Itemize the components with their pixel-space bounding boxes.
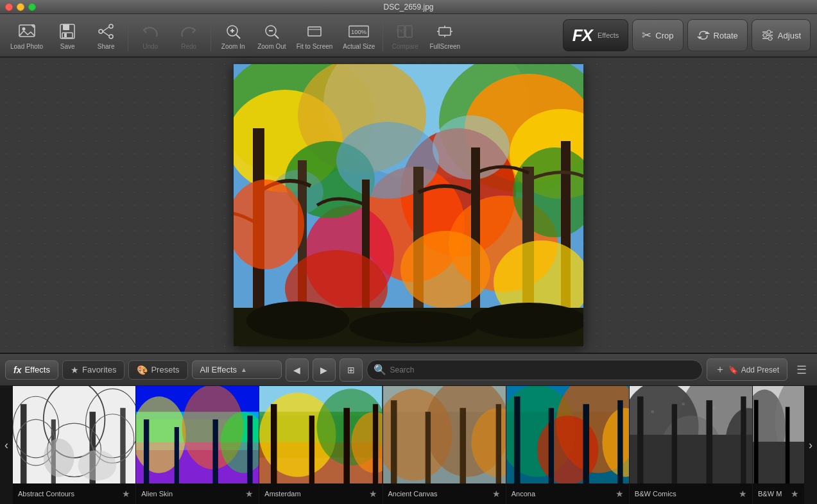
- svg-point-8: [109, 35, 113, 38]
- load-photo-button[interactable]: Load Photo: [5, 16, 48, 55]
- effect-item-alien-skin[interactable]: Alien Skin ★: [136, 386, 259, 504]
- toolbar-right-group: FX Effects ✂ Crop Rotate: [562, 19, 812, 51]
- actual-size-label: Actual Size: [343, 43, 375, 50]
- effects-list: Abstract Contours ★: [13, 386, 804, 504]
- scroll-left-button[interactable]: ‹: [0, 386, 13, 504]
- save-button[interactable]: Save: [48, 16, 87, 55]
- fit-to-screen-icon: [304, 21, 325, 42]
- alien-skin-label: Alien Skin ★: [136, 483, 259, 504]
- svg-rect-117: [383, 386, 506, 483]
- ancona-star[interactable]: ★: [615, 489, 624, 499]
- svg-rect-105: [309, 416, 314, 483]
- grid-icon: ⊞: [347, 365, 355, 375]
- presets-tab-label: Presets: [151, 365, 179, 374]
- ancient-canvas-label: Ancient Canvas ★: [383, 483, 506, 504]
- svg-rect-126: [583, 404, 589, 483]
- svg-rect-145: [753, 442, 804, 483]
- svg-rect-94: [175, 427, 179, 483]
- presets-tab[interactable]: 🎨 Presets: [128, 360, 187, 380]
- rotate-button[interactable]: Rotate: [687, 19, 748, 51]
- amsterdam-star[interactable]: ★: [369, 489, 377, 499]
- svg-rect-141: [630, 386, 752, 483]
- bw-m-thumbnail: [753, 386, 804, 483]
- effects-grid: ‹: [0, 386, 817, 504]
- dropdown-arrow-icon: ▲: [241, 366, 247, 373]
- svg-rect-6: [64, 33, 67, 37]
- add-preset-label: Add Preset: [741, 365, 779, 374]
- titlebar: DSC_2659.jpg: [0, 0, 817, 14]
- bw-comics-thumbnail: [630, 386, 752, 483]
- fullscreen-button[interactable]: FullScreen: [424, 16, 465, 55]
- svg-line-10: [103, 27, 109, 31]
- alien-skin-star[interactable]: ★: [245, 489, 254, 499]
- save-icon: [57, 21, 78, 42]
- effect-item-bw-comics[interactable]: B&W Comics ★: [630, 386, 753, 504]
- svg-text:100%: 100%: [351, 28, 367, 35]
- fit-to-screen-button[interactable]: Fit to Screen: [291, 16, 338, 55]
- undo-icon: [140, 21, 160, 42]
- rotate-icon: [697, 29, 710, 42]
- share-button[interactable]: Share: [87, 16, 125, 55]
- zoom-out-button[interactable]: Zoom Out: [252, 16, 291, 55]
- maximize-button[interactable]: [28, 3, 36, 11]
- redo-label: Redo: [181, 43, 196, 50]
- adjust-button[interactable]: Adjust: [752, 19, 811, 51]
- zoom-in-button[interactable]: Zoom In: [214, 16, 252, 55]
- left-arrow-icon: ‹: [4, 439, 8, 452]
- svg-rect-19: [308, 27, 321, 36]
- minimize-button[interactable]: [17, 3, 24, 11]
- scroll-right-button[interactable]: ›: [804, 386, 817, 504]
- bw-m-star[interactable]: ★: [791, 489, 799, 499]
- search-input[interactable]: [390, 365, 696, 374]
- redo-icon: [178, 21, 199, 42]
- svg-rect-5: [62, 33, 73, 38]
- svg-line-11: [103, 31, 109, 36]
- fx-icon: FX: [572, 26, 592, 46]
- svg-rect-77: [120, 408, 125, 483]
- adjust-label: Adjust: [778, 31, 801, 40]
- fx-tab-icon: fx: [13, 365, 21, 375]
- effect-item-amsterdam[interactable]: Amsterdam ★: [259, 386, 383, 504]
- ancient-canvas-star[interactable]: ★: [492, 489, 501, 499]
- crop-button[interactable]: ✂ Crop: [632, 19, 683, 51]
- plus-icon: ＋: [715, 363, 725, 376]
- compare-button[interactable]: FX Compare: [386, 16, 424, 55]
- separator-1: [128, 19, 128, 51]
- svg-rect-104: [271, 404, 277, 483]
- alien-skin-thumbnail: [136, 386, 259, 483]
- svg-rect-27: [439, 28, 451, 35]
- close-button[interactable]: [5, 3, 13, 11]
- svg-line-18: [275, 35, 279, 38]
- toolbar-left-group: Load Photo Save: [5, 16, 562, 55]
- ancona-label: Ancona ★: [506, 483, 629, 504]
- abstract-contours-thumbnail: [13, 386, 135, 483]
- actual-size-button[interactable]: 100% Actual Size: [338, 16, 380, 55]
- filter-button[interactable]: ☰: [791, 360, 812, 380]
- undo-button[interactable]: Undo: [131, 16, 169, 55]
- canvas-area: [0, 58, 817, 353]
- presets-icon: 🎨: [137, 365, 148, 375]
- effect-item-abstract-contours[interactable]: Abstract Contours ★: [13, 386, 136, 504]
- favorites-tab[interactable]: ★ Favorites: [62, 360, 125, 380]
- separator-2: [211, 19, 211, 51]
- bw-comics-star[interactable]: ★: [739, 489, 747, 499]
- effect-item-bw-m[interactable]: B&W M ★: [753, 386, 804, 504]
- svg-rect-93: [144, 419, 149, 483]
- effects-tab-label: Effects: [24, 365, 50, 374]
- add-preset-button[interactable]: ＋ 🔖 Add Preset: [707, 358, 787, 381]
- bw-m-label: B&W M ★: [753, 483, 804, 504]
- grid-view-button[interactable]: ⊞: [340, 358, 363, 382]
- svg-point-9: [99, 29, 103, 33]
- prev-effects-button[interactable]: ◀: [286, 358, 309, 382]
- abstract-contours-star[interactable]: ★: [122, 489, 130, 499]
- effect-item-ancient-canvas[interactable]: Ancient Canvas ★: [383, 386, 506, 504]
- svg-rect-73: [13, 386, 135, 483]
- next-effects-button[interactable]: ▶: [313, 358, 336, 382]
- fx-effects-button[interactable]: FX Effects: [563, 19, 629, 51]
- compare-icon: FX: [395, 21, 415, 42]
- all-effects-dropdown[interactable]: All Effects ▲: [192, 360, 282, 379]
- search-box[interactable]: 🔍: [366, 360, 703, 380]
- effects-tab[interactable]: fx Effects: [5, 360, 58, 380]
- effect-item-ancona[interactable]: Ancona ★: [506, 386, 630, 504]
- redo-button[interactable]: Redo: [169, 16, 208, 55]
